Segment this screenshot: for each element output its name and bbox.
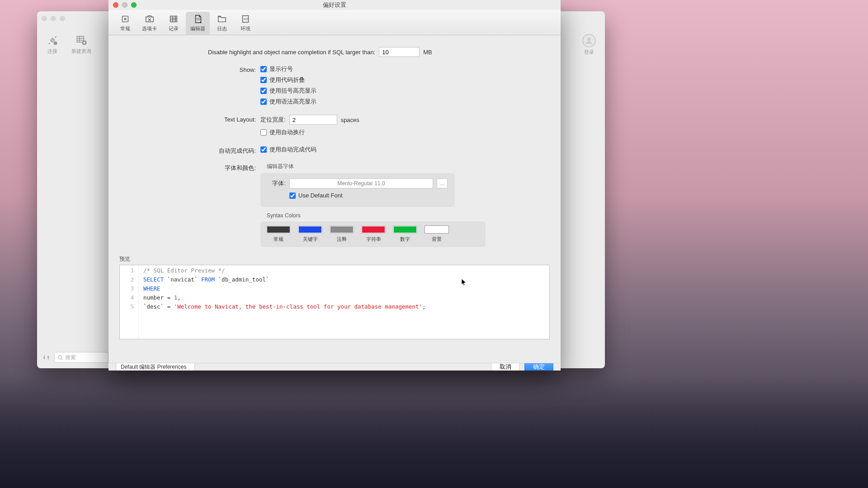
disable-highlight-input[interactable] [379, 47, 420, 57]
search-placeholder: 搜索 [65, 354, 76, 361]
preview-box: 12345 /* SQL Editor Preview */ SELECT `n… [119, 265, 550, 339]
syntax-colors-title: Syntax Colors [267, 212, 550, 219]
chk-syntax-highlight[interactable] [260, 99, 267, 105]
avatar-icon [582, 34, 596, 47]
text-layout-label: Text Layout: [119, 115, 260, 123]
cancel-button[interactable]: 取消 [491, 363, 520, 371]
color-swatch[interactable] [267, 226, 290, 233]
zoom-button[interactable] [131, 2, 137, 8]
tab-width-input[interactable] [289, 115, 337, 125]
unit-spaces: spaces [341, 117, 359, 123]
toolbar-login[interactable]: 登录 [582, 34, 596, 56]
swatch-label: 注释 [337, 236, 347, 243]
svg-text:ENV: ENV [244, 18, 249, 20]
table-plus-icon [75, 34, 88, 47]
minimize-button[interactable] [122, 2, 127, 8]
close-button[interactable] [113, 2, 118, 8]
svg-point-3 [588, 38, 591, 41]
dialog-button-bar: Default 编辑器 Preferences 取消 确定 [108, 363, 561, 371]
swatch-0: 常规 [267, 226, 290, 243]
editor-font-title: 编辑器字体 [267, 163, 550, 170]
tabs-icon [143, 14, 156, 24]
disable-highlight-label: Disable highlight and object name comple… [208, 49, 375, 56]
svg-point-0 [54, 42, 57, 45]
plug-icon [46, 34, 59, 47]
color-swatch[interactable] [362, 226, 385, 233]
swatch-5: 背景 [425, 226, 448, 243]
svg-point-6 [124, 18, 126, 20]
chk-word-wrap[interactable] [260, 129, 267, 136]
lbl-autocomplete: 使用自动完成代码 [269, 145, 316, 154]
gear-icon [118, 14, 132, 24]
font-display: Menlo-Regular 11.0 [289, 178, 433, 188]
pref-body: Disable highlight and object name comple… [108, 35, 561, 371]
font-color-label: 字体和颜色: [119, 163, 260, 172]
swatch-label: 字符串 [366, 236, 381, 243]
lbl-word-wrap: 使用自动换行 [269, 128, 305, 136]
chk-line-numbers[interactable] [260, 66, 267, 72]
tab-environment[interactable]: ENV 环境 [234, 12, 257, 35]
swatch-4: 数字 [393, 226, 417, 243]
swatch-label: 关键字 [303, 236, 318, 243]
swatch-3: 字符串 [362, 226, 385, 243]
lbl-line-numbers: 显示行号 [269, 65, 293, 73]
sql-file-icon: SQL [191, 14, 205, 24]
lbl-bracket-highlight: 使用括号高亮显示 [269, 87, 316, 95]
font-browse-button[interactable]: ... [437, 178, 448, 188]
swatch-2: 注释 [330, 226, 354, 243]
syntax-swatch-row: 常规关键字注释字符串数字背景 [260, 221, 486, 247]
env-icon: ENV [239, 14, 252, 24]
ok-button[interactable]: 确定 [524, 363, 553, 371]
show-label: Show: [119, 65, 260, 73]
color-swatch[interactable] [393, 226, 417, 233]
window-title: 偏好设置 [323, 1, 346, 9]
preferences-window: 偏好设置 常规 选项卡 记录 SQL 编辑器 日志 ENV 环境 [108, 0, 561, 371]
sort-icon[interactable] [42, 353, 51, 361]
tab-tabs[interactable]: 选项卡 [137, 12, 161, 35]
swatch-label: 数字 [400, 236, 410, 243]
toolbar-connect[interactable]: 连接 [46, 34, 59, 56]
toolbar-connect-label: 连接 [47, 48, 57, 55]
preview-label: 预览 [119, 255, 550, 263]
font-label: 字体: [268, 179, 286, 188]
swatch-1: 关键字 [298, 226, 322, 243]
tab-general[interactable]: 常规 [114, 12, 137, 35]
toolbar-new-query-label: 新建查询 [71, 48, 91, 55]
tab-width-label: 定位宽度: [260, 116, 286, 124]
svg-rect-5 [123, 16, 128, 22]
search-input-bg[interactable]: 搜索 [54, 352, 108, 363]
autocomplete-label: 自动完成代码: [119, 145, 260, 155]
color-swatch[interactable] [425, 226, 448, 233]
svg-rect-8 [170, 16, 177, 22]
chk-code-folding[interactable] [260, 77, 267, 83]
swatch-label: 背景 [432, 236, 442, 243]
color-swatch[interactable] [298, 226, 322, 233]
font-panel: 字体: Menlo-Regular 11.0 ... Use Default F… [260, 173, 455, 207]
lbl-code-folding: 使用代码折叠 [269, 76, 305, 84]
swatch-label: 常规 [274, 236, 283, 243]
folder-icon [215, 14, 229, 24]
grid-icon [167, 14, 180, 24]
tab-editor[interactable]: SQL 编辑器 [186, 12, 210, 35]
pref-tabbar: 常规 选项卡 记录 SQL 编辑器 日志 ENV 环境 [108, 10, 561, 35]
svg-point-4 [58, 355, 62, 359]
lbl-syntax-highlight: 使用语法高亮显示 [269, 98, 316, 106]
preset-dropdown[interactable]: Default 编辑器 Preferences [116, 363, 195, 371]
color-swatch[interactable] [330, 226, 354, 233]
lbl-default-font: Use Default Font [298, 192, 343, 199]
unit-mb: MB [423, 49, 432, 56]
tab-log[interactable]: 日志 [211, 12, 233, 35]
toolbar-login-label: 登录 [584, 49, 594, 56]
tab-records[interactable]: 记录 [162, 12, 185, 35]
bg-traffic-lights [42, 16, 65, 21]
svg-text:SQL: SQL [196, 18, 201, 20]
search-icon [57, 355, 63, 361]
chk-autocomplete[interactable] [260, 146, 267, 153]
titlebar: 偏好设置 [108, 0, 561, 10]
toolbar-new-query[interactable]: 新建查询 [71, 34, 91, 56]
chk-bracket-highlight[interactable] [260, 88, 267, 94]
preview-code: /* SQL Editor Preview */ SELECT `navicat… [139, 265, 430, 339]
chk-default-font[interactable] [289, 192, 296, 199]
